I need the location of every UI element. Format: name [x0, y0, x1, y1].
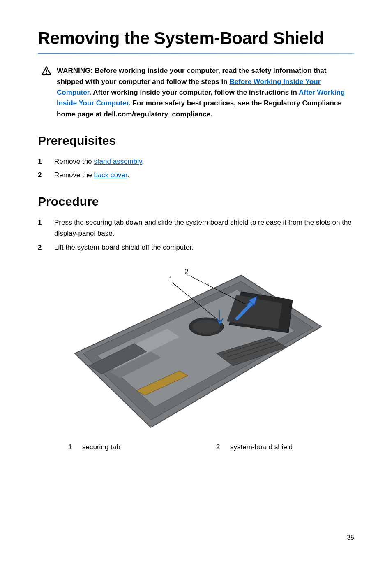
prerequisites-list: 1 Remove the stand assembly. 2 Remove th… — [38, 156, 354, 181]
system-board-shield-diagram: 1 2 — [65, 267, 327, 432]
callout-2-label: 2 — [184, 268, 188, 276]
warning-icon-wrapper — [41, 65, 52, 120]
legend-number: 1 — [68, 443, 72, 451]
list-item: 2 Lift the system-board shield off the c… — [38, 242, 354, 253]
list-text: Press the securing tab down and slide th… — [54, 217, 354, 239]
list-number: 2 — [38, 170, 43, 181]
list-item: 1 Press the securing tab down and slide … — [38, 217, 354, 239]
legend-item: 1 securing tab — [68, 443, 206, 451]
list-text: Remove the stand assembly. — [54, 156, 144, 167]
back-cover-link[interactable]: back cover — [94, 171, 127, 179]
svg-point-9 — [192, 320, 220, 334]
callout-1-label: 1 — [169, 275, 173, 283]
list-item: 1 Remove the stand assembly. — [38, 156, 354, 167]
list-item: 2 Remove the back cover. — [38, 170, 354, 181]
diagram-legend: 1 securing tab 2 system-board shield — [38, 443, 354, 451]
warning-text: WARNING: Before working inside your comp… — [57, 65, 354, 120]
legend-label: system-board shield — [230, 443, 293, 451]
computer-internals-illustration — [65, 267, 327, 432]
list-number: 2 — [38, 242, 43, 253]
procedure-list: 1 Press the securing tab down and slide … — [38, 217, 354, 253]
prerequisites-heading: Prerequisites — [38, 134, 354, 148]
warning-block: WARNING: Before working inside your comp… — [38, 65, 354, 120]
procedure-heading: Procedure — [38, 195, 354, 209]
page-title: Removing the System-Board Shield — [38, 29, 354, 48]
list-text: Lift the system-board shield off the com… — [54, 242, 194, 253]
warning-middle: . After working inside your computer, fo… — [89, 88, 299, 96]
stand-assembly-link[interactable]: stand assembly — [94, 158, 142, 165]
list-text: Remove the back cover. — [54, 170, 129, 181]
legend-label: securing tab — [82, 443, 120, 451]
list-number: 1 — [38, 217, 43, 239]
title-underline — [38, 53, 354, 54]
legend-item: 2 system-board shield — [216, 443, 354, 451]
warning-triangle-icon — [41, 66, 52, 77]
svg-point-1 — [46, 73, 47, 74]
list-number: 1 — [38, 156, 43, 167]
page-number: 35 — [347, 534, 354, 541]
legend-number: 2 — [216, 443, 220, 451]
diagram-wrapper: 1 2 — [38, 267, 354, 432]
